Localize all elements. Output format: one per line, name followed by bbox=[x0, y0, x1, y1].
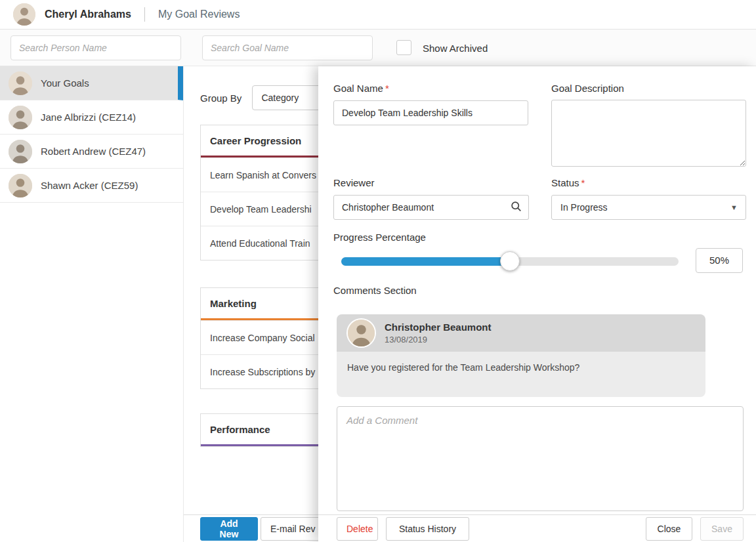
person-avatar bbox=[9, 140, 32, 163]
goal-name-label: Goal Name* bbox=[333, 83, 389, 94]
status-value: In Progress bbox=[560, 202, 608, 213]
sidebar-item-label: Your Goals bbox=[41, 77, 89, 89]
status-label: Status* bbox=[551, 177, 585, 188]
show-archived-checkbox[interactable] bbox=[396, 40, 411, 55]
progress-slider[interactable] bbox=[341, 251, 679, 271]
sidebar-item-label: Robert Andrew (CEZ47) bbox=[41, 146, 146, 157]
comment-author: Christopher Beaumont bbox=[385, 322, 492, 333]
comment-text: Have you registered for the Team Leaders… bbox=[337, 352, 705, 397]
comments-section-label: Comments Section bbox=[333, 285, 417, 296]
sidebar-item-label: Jane Albrizzi (CEZ14) bbox=[41, 112, 136, 123]
reviewer-input[interactable] bbox=[333, 195, 505, 220]
person-avatar bbox=[9, 72, 32, 95]
sidebar: Your Goals Jane Albrizzi (CEZ14) Robert … bbox=[0, 66, 184, 542]
sidebar-item-shawn-acker[interactable]: Shawn Acker (CEZ59) bbox=[0, 169, 183, 203]
person-avatar bbox=[9, 106, 32, 129]
comment-header: Christopher Beaumont 13/08/2019 bbox=[337, 314, 705, 352]
delete-button[interactable]: Delete bbox=[337, 517, 378, 541]
goal-name-input[interactable] bbox=[333, 100, 528, 125]
page-title: My Goal Reviews bbox=[158, 9, 240, 20]
close-button[interactable]: Close bbox=[646, 517, 692, 541]
show-archived-label: Show Archived bbox=[423, 43, 488, 54]
user-avatar bbox=[13, 3, 35, 26]
comment-card: Christopher Beaumont 13/08/2019 Have you… bbox=[337, 314, 705, 397]
status-history-button[interactable]: Status History bbox=[386, 517, 469, 541]
search-goal-input[interactable] bbox=[202, 35, 373, 60]
add-new-button[interactable]: Add New bbox=[200, 517, 258, 541]
sidebar-item-robert-andrew[interactable]: Robert Andrew (CEZ47) bbox=[0, 135, 183, 169]
goal-description-textarea[interactable] bbox=[551, 100, 746, 167]
commenter-avatar bbox=[346, 318, 376, 348]
chevron-down-icon: ▼ bbox=[730, 196, 738, 219]
save-button[interactable]: Save bbox=[700, 517, 744, 541]
progress-handle[interactable] bbox=[500, 251, 520, 271]
sidebar-item-your-goals[interactable]: Your Goals bbox=[0, 66, 183, 100]
progress-fill bbox=[341, 257, 510, 266]
progress-percentage-label: Progress Percentage bbox=[333, 232, 426, 243]
status-select[interactable]: In Progress ▼ bbox=[551, 195, 746, 220]
group-by-label: Group By bbox=[200, 93, 242, 104]
comment-date: 13/08/2019 bbox=[385, 335, 492, 344]
person-avatar bbox=[9, 174, 32, 198]
progress-value-box: 50% bbox=[696, 248, 743, 273]
required-marker: * bbox=[581, 177, 585, 188]
user-name: Cheryl Abrahams bbox=[45, 9, 131, 20]
top-header: Cheryl Abrahams My Goal Reviews bbox=[0, 0, 756, 30]
add-comment-textarea[interactable] bbox=[337, 406, 744, 511]
required-marker: * bbox=[385, 83, 389, 94]
search-bar: Show Archived bbox=[0, 30, 756, 66]
sidebar-item-label: Shawn Acker (CEZ59) bbox=[41, 180, 138, 191]
reviewer-label: Reviewer bbox=[333, 177, 375, 188]
search-person-input[interactable] bbox=[10, 35, 181, 60]
sidebar-item-jane-albrizzi[interactable]: Jane Albrizzi (CEZ14) bbox=[0, 100, 183, 135]
goal-detail-panel: Goal Name* Goal Description Reviewer Sta… bbox=[318, 66, 756, 542]
detail-footer: Delete Status History Close Save bbox=[318, 514, 756, 542]
reviewer-search-button[interactable] bbox=[504, 195, 529, 220]
search-icon bbox=[511, 201, 522, 214]
header-divider bbox=[144, 7, 145, 22]
goal-description-label: Goal Description bbox=[551, 83, 624, 94]
